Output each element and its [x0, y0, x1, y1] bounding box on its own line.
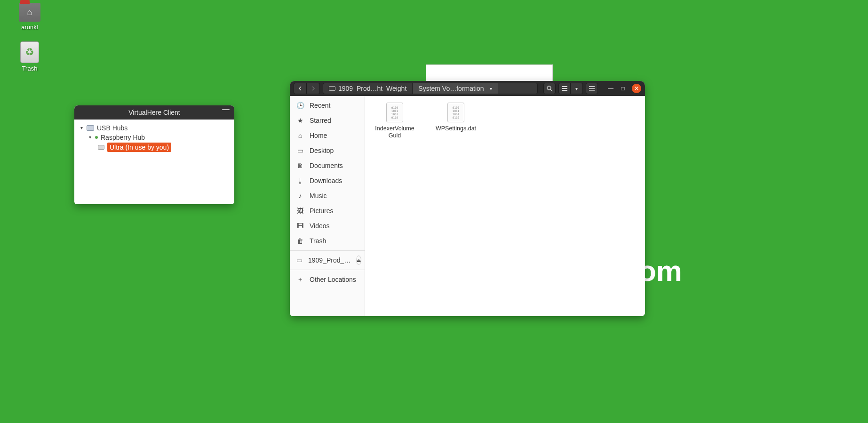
chevron-right-icon — [311, 86, 316, 91]
home-folder-icon: ⌂ — [19, 3, 40, 22]
sidebar-item-starred[interactable]: ★ Starred — [290, 113, 365, 128]
sidebar-item-label: Music — [310, 192, 327, 200]
view-list-button[interactable] — [558, 83, 571, 94]
forward-button[interactable] — [307, 83, 320, 94]
back-button[interactable] — [294, 83, 307, 94]
trash-icon: 🗑 — [296, 237, 304, 245]
sidebar-separator — [290, 270, 365, 270]
eject-button[interactable]: ⏏ — [356, 255, 361, 265]
sidebar-item-label: 1909_Prod_… — [308, 256, 350, 264]
sidebar-item-label: Pictures — [310, 207, 334, 215]
hamburger-menu-button[interactable] — [586, 83, 598, 94]
view-group: ▾ — [558, 83, 583, 94]
clock-icon: 🕒 — [296, 102, 304, 109]
search-button[interactable] — [543, 83, 556, 94]
tree-hub-row[interactable]: ▾ Raspberry Hub — [79, 133, 230, 142]
svg-rect-2 — [562, 86, 567, 87]
path-segment-drive[interactable]: 1909_Prod…ht_Weight — [323, 83, 412, 94]
path-bar: 1909_Prod…ht_Weight System Vo…formation … — [323, 83, 538, 94]
tree-root-label: USB Hubs — [97, 124, 127, 132]
expand-arrow-icon[interactable]: ▾ — [88, 135, 92, 140]
sidebar-item-other-locations[interactable]: + Other Locations — [290, 272, 365, 287]
file-item[interactable]: 0100101110010110 WPSettings.dat — [435, 103, 477, 132]
usb-hub-icon — [87, 125, 94, 131]
desktop-home-folder[interactable]: ⌂ arunkl — [8, 3, 51, 31]
hamburger-icon — [589, 86, 595, 91]
chevron-down-icon: ▾ — [575, 86, 578, 91]
search-icon — [546, 85, 553, 92]
sidebar-item-label: Desktop — [310, 147, 334, 154]
drive-icon — [329, 86, 335, 91]
trash-icon: ♻ — [20, 41, 39, 63]
sidebar-item-drive[interactable]: ▭ 1909_Prod_… ⏏ — [290, 253, 365, 268]
virtualhere-body: ▾ USB Hubs ▾ Raspberry Hub Ultra (In use… — [74, 120, 234, 204]
path-seg2-label: System Vo…formation — [418, 85, 484, 92]
sidebar-item-label: Videos — [310, 222, 330, 230]
sidebar-item-recent[interactable]: 🕒 Recent — [290, 98, 365, 113]
files-pane[interactable]: 0100101110010110 IndexerVolumeGuid 01001… — [365, 96, 645, 316]
chevron-down-icon[interactable]: ▾ — [490, 86, 492, 91]
svg-rect-4 — [562, 90, 567, 91]
sidebar-item-desktop[interactable]: ▭ Desktop — [290, 143, 365, 158]
videos-icon: 🎞 — [296, 222, 304, 230]
star-icon: ★ — [296, 117, 304, 124]
list-icon — [562, 86, 567, 91]
virtualhere-window: VirtualHere Client ▾ USB Hubs ▾ Raspberr… — [74, 105, 234, 204]
sidebar-item-label: Starred — [310, 117, 331, 124]
toolbar-right: ▾ — [543, 83, 598, 94]
tree-device-label: Ultra (In use by you) — [107, 143, 171, 152]
svg-point-0 — [547, 86, 551, 90]
status-dot-icon — [95, 136, 98, 139]
maximize-button[interactable]: □ — [620, 85, 626, 92]
sidebar-item-home[interactable]: ⌂ Home — [290, 128, 365, 143]
home-icon: ⌂ — [296, 132, 304, 139]
sidebar-item-label: Downloads — [310, 177, 342, 184]
drive-icon: ▭ — [296, 256, 303, 264]
desktop-trash[interactable]: ♻ Trash — [8, 41, 51, 72]
close-button[interactable]: ✕ — [632, 84, 641, 93]
files-sidebar: 🕒 Recent ★ Starred ⌂ Home ▭ Desktop 🗎 Do… — [290, 96, 365, 316]
pictures-icon: 🖼 — [296, 207, 304, 215]
svg-rect-7 — [589, 90, 595, 91]
sidebar-separator — [290, 250, 365, 251]
plus-icon: + — [296, 276, 304, 283]
desktop-trash-label: Trash — [22, 65, 38, 72]
expand-arrow-icon[interactable]: ▾ — [79, 126, 84, 130]
sidebar-item-pictures[interactable]: 🖼 Pictures — [290, 203, 365, 218]
sidebar-item-trash[interactable]: 🗑 Trash — [290, 233, 365, 248]
path-seg1-label: 1909_Prod…ht_Weight — [338, 85, 406, 92]
sidebar-item-documents[interactable]: 🗎 Documents — [290, 158, 365, 173]
svg-rect-3 — [562, 88, 567, 89]
svg-line-1 — [550, 89, 552, 91]
sidebar-item-videos[interactable]: 🎞 Videos — [290, 218, 365, 233]
desktop-folder-label: arunkl — [21, 24, 38, 31]
svg-rect-5 — [589, 86, 595, 87]
chevron-left-icon — [298, 86, 303, 91]
minimize-icon[interactable] — [222, 109, 230, 110]
sidebar-item-downloads[interactable]: ⭳ Downloads — [290, 173, 365, 188]
downloads-icon: ⭳ — [296, 177, 304, 184]
svg-rect-6 — [589, 88, 595, 89]
file-label: WPSettings.dat — [436, 125, 476, 132]
window-controls: — □ ✕ — [607, 84, 641, 93]
files-headerbar: 1909_Prod…ht_Weight System Vo…formation … — [290, 81, 645, 96]
sidebar-item-label: Other Locations — [310, 276, 356, 283]
binary-file-icon: 0100101110010110 — [386, 103, 403, 122]
tree-device-row[interactable]: Ultra (In use by you) — [79, 142, 230, 152]
music-icon: ♪ — [296, 192, 304, 200]
tree-root-row[interactable]: ▾ USB Hubs — [79, 123, 230, 133]
file-item[interactable]: 0100101110010110 IndexerVolumeGuid — [374, 103, 416, 139]
path-segment-current[interactable]: System Vo…formation ▾ — [412, 83, 497, 94]
documents-icon: 🗎 — [296, 162, 304, 169]
view-dropdown-button[interactable]: ▾ — [571, 83, 583, 94]
virtualhere-titlebar[interactable]: VirtualHere Client — [74, 105, 234, 120]
tree-hub-label: Raspberry Hub — [101, 133, 145, 142]
minimize-button[interactable]: — — [607, 85, 614, 92]
drive-icon — [98, 145, 104, 150]
file-label: IndexerVolumeGuid — [374, 125, 416, 139]
sidebar-item-music[interactable]: ♪ Music — [290, 188, 365, 203]
sidebar-item-label: Trash — [310, 237, 326, 245]
files-body: 🕒 Recent ★ Starred ⌂ Home ▭ Desktop 🗎 Do… — [290, 96, 645, 316]
sidebar-item-label: Recent — [310, 102, 330, 109]
binary-file-icon: 0100101110010110 — [447, 103, 464, 122]
